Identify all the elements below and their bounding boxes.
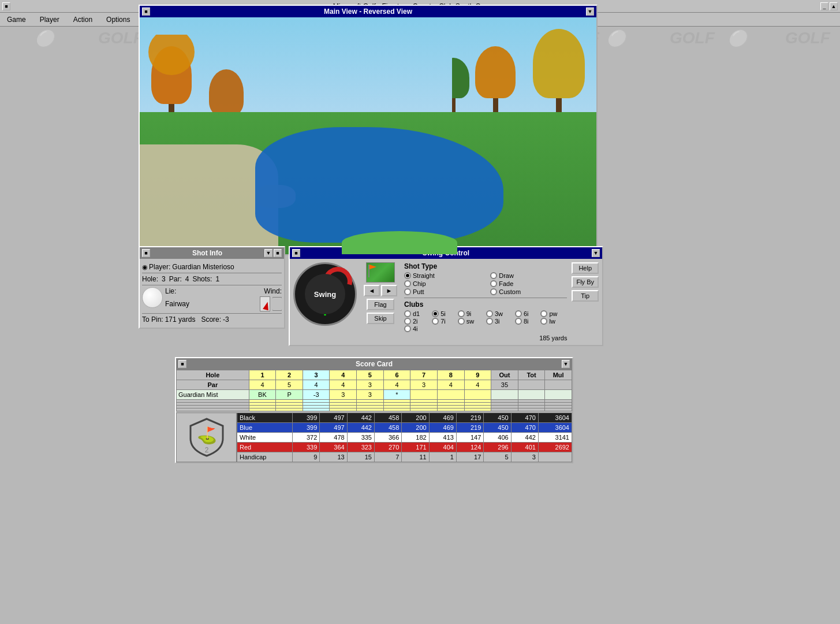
club-8i-radio[interactable] xyxy=(515,318,522,325)
club-3w[interactable]: 3w xyxy=(486,310,513,317)
club-2i-radio[interactable] xyxy=(404,318,411,325)
club-sw[interactable]: sw xyxy=(458,318,484,325)
shot-type-label: Shot Type xyxy=(404,262,567,270)
club-4i-radio[interactable] xyxy=(404,325,411,332)
swing-button[interactable]: Swing xyxy=(305,274,345,314)
club-7i[interactable]: 7i xyxy=(432,318,455,325)
white-tee-row: White 372 478 335 366 182 413 147 406 44… xyxy=(237,433,572,443)
shot-straight-radio[interactable] xyxy=(404,272,411,279)
club-9i[interactable]: 9i xyxy=(458,310,484,317)
lie-label: Lie: xyxy=(165,287,176,295)
shot-putt[interactable]: Putt xyxy=(404,288,481,295)
shot-chip[interactable]: Chip xyxy=(404,280,481,287)
shot-fade-radio[interactable] xyxy=(490,280,497,287)
shot-fade[interactable]: Fade xyxy=(490,280,567,287)
shot-type-section: Shot Type Straight Draw Chip xyxy=(404,262,567,295)
empty-row-4 xyxy=(177,408,572,411)
minimize-button[interactable]: _ xyxy=(820,2,828,10)
club-8i[interactable]: 8i xyxy=(515,318,538,325)
golf-course-view[interactable] xyxy=(140,17,596,254)
player-label: Player: xyxy=(149,263,170,271)
club-pw[interactable]: pw xyxy=(540,310,567,317)
menu-game[interactable]: Game xyxy=(5,14,28,25)
club-5i-radio[interactable] xyxy=(432,310,439,317)
help-button[interactable]: Help xyxy=(572,262,599,274)
shield-svg: ⛳ 2 xyxy=(186,417,227,458)
club-9i-radio[interactable] xyxy=(458,310,465,317)
menu-player[interactable]: Player xyxy=(38,14,62,25)
lie-value: Fairway xyxy=(165,300,189,308)
player-name: Guardian Misterioso xyxy=(172,263,234,271)
red-tee-label: Red xyxy=(237,443,293,452)
club-pw-radio[interactable] xyxy=(540,310,547,317)
next-button[interactable]: ► xyxy=(381,285,397,296)
shot-custom[interactable]: Custom xyxy=(490,288,567,295)
main-view-title: Main View - Reversed View xyxy=(324,8,412,16)
shot-info-titlebar: ■ Shot Info ▼ ■ xyxy=(140,247,284,259)
shot-info-scroll-btn[interactable]: ■ xyxy=(274,249,282,257)
shield-icon-area: ⛳ 2 xyxy=(176,413,237,462)
main-view-dropdown[interactable]: ▼ xyxy=(586,8,594,16)
col-6: 6 xyxy=(383,370,410,380)
club-3w-radio[interactable] xyxy=(486,310,493,317)
club-sw-radio[interactable] xyxy=(458,318,465,325)
club-3i-radio[interactable] xyxy=(486,318,493,325)
par-8: 4 xyxy=(437,380,464,390)
shot-type-grid: Straight Draw Chip Fade xyxy=(404,272,567,295)
club-3i[interactable]: 3i xyxy=(486,318,513,325)
swing-system-btn[interactable]: ■ xyxy=(292,249,300,257)
par-value: 4 xyxy=(185,275,189,283)
club-4i[interactable]: 4i xyxy=(404,325,430,332)
col-2: 2 xyxy=(276,370,303,380)
blue-tee-row: Blue 399 497 442 458 200 469 219 450 470… xyxy=(237,423,572,433)
swing-dropdown[interactable]: ▼ xyxy=(592,249,600,257)
prev-button[interactable]: ◄ xyxy=(364,285,380,296)
skip-button[interactable]: Skip xyxy=(367,313,394,324)
menu-action[interactable]: Action xyxy=(71,14,95,25)
shot-draw[interactable]: Draw xyxy=(490,272,567,279)
club-d1-radio[interactable] xyxy=(404,310,411,317)
club-6i-radio[interactable] xyxy=(515,310,522,317)
score-card-dropdown[interactable]: ▼ xyxy=(562,360,570,368)
club-5i[interactable]: 5i xyxy=(432,310,455,317)
par-row: Par 4 5 4 4 3 4 3 4 4 35 xyxy=(177,380,572,390)
window-controls: _ ▲ xyxy=(820,2,838,10)
club-d1[interactable]: d1 xyxy=(404,310,430,317)
score-card-titlebar: ■ Score Card ▼ xyxy=(176,358,572,370)
par-1: 4 xyxy=(249,380,276,390)
club-6i[interactable]: 6i xyxy=(515,310,538,317)
main-view-titlebar: ■ Main View - Reversed View ▼ xyxy=(140,6,596,17)
fly-by-button[interactable]: Fly By xyxy=(572,276,599,288)
swing-circle[interactable]: Swing xyxy=(293,262,357,326)
flag-button[interactable]: Flag xyxy=(367,299,394,310)
menu-options[interactable]: Options xyxy=(104,14,132,25)
player-h2: 3 xyxy=(357,390,384,400)
club-2i[interactable]: 2i xyxy=(404,318,430,325)
tip-button[interactable]: Tip xyxy=(572,290,599,302)
maximize-button[interactable]: ▲ xyxy=(830,2,838,10)
shot-info-dropdown[interactable]: ▼ xyxy=(264,249,272,257)
club-lw[interactable]: lw xyxy=(540,318,567,325)
shot-info-system-btn[interactable]: ■ xyxy=(142,249,150,257)
shot-straight[interactable]: Straight xyxy=(404,272,481,279)
club-7i-radio[interactable] xyxy=(432,318,439,325)
club-lw-radio[interactable] xyxy=(540,318,547,325)
shot-chip-radio[interactable] xyxy=(404,280,411,287)
shot-putt-radio[interactable] xyxy=(404,288,411,295)
system-menu-button[interactable]: ■ xyxy=(2,2,10,10)
flag-preview xyxy=(366,262,395,283)
player-score-row: Guardian Mist BK P -3 3 3 * xyxy=(177,390,572,400)
col-7: 7 xyxy=(410,370,438,380)
shot-custom-label: Custom xyxy=(499,288,521,295)
shot-custom-radio[interactable] xyxy=(490,288,497,295)
par-4: 4 xyxy=(330,380,357,390)
player-h5 xyxy=(437,390,464,400)
main-container: ■ Microsoft Golf - Firestone Country Clu… xyxy=(0,0,840,624)
score-card-system-btn[interactable]: ■ xyxy=(178,360,186,368)
col-4: 4 xyxy=(330,370,357,380)
shots-value: 1 xyxy=(215,275,219,283)
shot-draw-radio[interactable] xyxy=(490,272,497,279)
main-view-system-btn[interactable]: ■ xyxy=(142,8,150,16)
col-3: 3 xyxy=(303,370,330,380)
main-view-window: ■ Main View - Reversed View ▼ xyxy=(139,5,598,255)
